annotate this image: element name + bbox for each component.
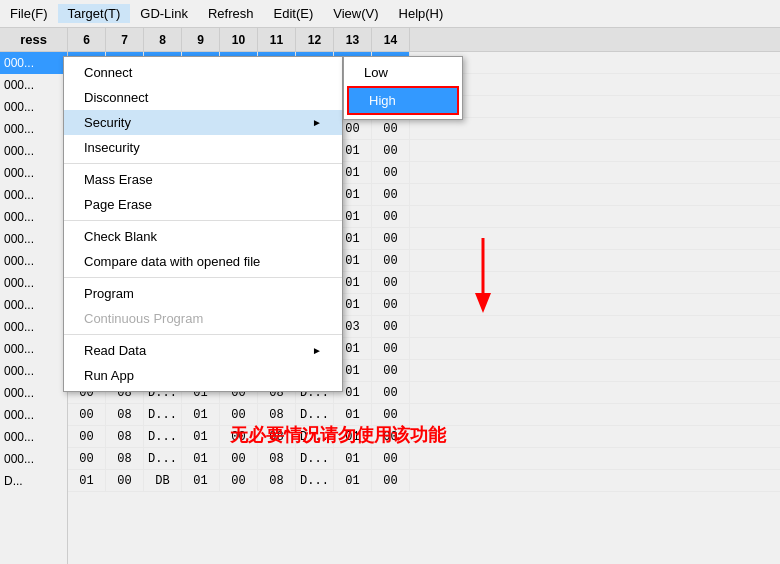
- menu-gdlink[interactable]: GD-Link: [130, 4, 198, 23]
- cell-16-6: D...: [296, 404, 334, 425]
- cell-7-8: 00: [372, 206, 410, 227]
- addr-row-15: 000...: [0, 382, 67, 404]
- menu-view[interactable]: View(V): [323, 4, 388, 23]
- cell-19-5: 08: [258, 470, 296, 491]
- cell-17-2: D...: [144, 426, 182, 447]
- cell-18-5: 08: [258, 448, 296, 469]
- cell-16-8: 00: [372, 404, 410, 425]
- menu-item-security[interactable]: Security ►: [64, 110, 342, 135]
- cell-17-7: 01: [334, 426, 372, 447]
- cell-18-8: 00: [372, 448, 410, 469]
- separator-2: [64, 220, 342, 221]
- submenu-arrow-read-data: ►: [312, 345, 322, 356]
- cell-16-3: 01: [182, 404, 220, 425]
- address-column: ress 000... 000... 000... 000... 000... …: [0, 28, 68, 564]
- cell-16-2: D...: [144, 404, 182, 425]
- col-header-11: 11: [258, 28, 296, 51]
- submenu-item-low[interactable]: Low: [344, 60, 462, 85]
- cell-19-3: 01: [182, 470, 220, 491]
- cell-16-7: 01: [334, 404, 372, 425]
- cell-16-0: 00: [68, 404, 106, 425]
- menu-item-compare-data[interactable]: Compare data with opened file: [64, 249, 342, 274]
- menu-help[interactable]: Help(H): [389, 4, 454, 23]
- cell-4-8: 00: [372, 140, 410, 161]
- col-header-12: 12: [296, 28, 334, 51]
- cell-17-0: 00: [68, 426, 106, 447]
- menu-item-continuous-program[interactable]: Continuous Program: [64, 306, 342, 331]
- cell-9-8: 00: [372, 250, 410, 271]
- cell-3-8: 00: [372, 118, 410, 139]
- cell-16-1: 08: [106, 404, 144, 425]
- addr-row-4: 000...: [0, 140, 67, 162]
- main-content: ress 000... 000... 000... 000... 000... …: [0, 28, 780, 564]
- cell-17-8: 00: [372, 426, 410, 447]
- menu-item-program[interactable]: Program: [64, 281, 342, 306]
- addr-row-5: 000...: [0, 162, 67, 184]
- cell-18-3: 01: [182, 448, 220, 469]
- addr-row-6: 000...: [0, 184, 67, 206]
- menu-item-check-blank[interactable]: Check Blank: [64, 224, 342, 249]
- cell-18-0: 00: [68, 448, 106, 469]
- menu-item-disconnect[interactable]: Disconnect: [64, 85, 342, 110]
- addr-row-7: 000...: [0, 206, 67, 228]
- menu-item-mass-erase[interactable]: Mass Erase: [64, 167, 342, 192]
- cell-14-8: 00: [372, 360, 410, 381]
- submenu-item-high[interactable]: High: [349, 88, 457, 113]
- separator-1: [64, 163, 342, 164]
- grid-row-16: 00 08 D... 01 00 08 D... 01 00: [68, 404, 780, 426]
- addr-row-3: 000...: [0, 118, 67, 140]
- grid-row-18: 00 08 D... 01 00 08 D... 01 00: [68, 448, 780, 470]
- cell-19-2: DB: [144, 470, 182, 491]
- cell-19-4: 00: [220, 470, 258, 491]
- menu-item-page-erase[interactable]: Page Erase: [64, 192, 342, 217]
- menu-edit[interactable]: Edit(E): [264, 4, 324, 23]
- col-header-9: 9: [182, 28, 220, 51]
- col-header-13: 13: [334, 28, 372, 51]
- cell-19-6: D...: [296, 470, 334, 491]
- menu-item-run-app[interactable]: Run App: [64, 363, 342, 388]
- addr-row-17: 000...: [0, 426, 67, 448]
- grid-header: 6 7 8 9 10 11 12 13 14: [68, 28, 780, 52]
- cell-19-8: 00: [372, 470, 410, 491]
- cell-8-8: 00: [372, 228, 410, 249]
- cell-6-8: 00: [372, 184, 410, 205]
- cell-18-1: 08: [106, 448, 144, 469]
- menu-item-read-data[interactable]: Read Data ►: [64, 338, 342, 363]
- submenu-arrow-security: ►: [312, 117, 322, 128]
- cell-18-4: 00: [220, 448, 258, 469]
- menu-item-connect[interactable]: Connect: [64, 60, 342, 85]
- cell-17-4: 00: [220, 426, 258, 447]
- addr-row-19: D...: [0, 470, 67, 492]
- separator-3: [64, 277, 342, 278]
- cell-17-5: 08: [258, 426, 296, 447]
- cell-17-6: D...: [296, 426, 334, 447]
- menu-item-insecurity[interactable]: Insecurity: [64, 135, 342, 160]
- cell-18-7: 01: [334, 448, 372, 469]
- cell-19-7: 01: [334, 470, 372, 491]
- addr-row-13: 000...: [0, 338, 67, 360]
- security-submenu: Low High: [343, 56, 463, 120]
- addr-row-9: 000...: [0, 250, 67, 272]
- addr-row-18: 000...: [0, 448, 67, 470]
- cell-11-8: 00: [372, 294, 410, 315]
- col-header-6: 6: [68, 28, 106, 51]
- cell-18-2: D...: [144, 448, 182, 469]
- menu-item-read-data-label: Read Data: [84, 343, 146, 358]
- addr-row-1: 000...: [0, 74, 67, 96]
- target-dropdown-menu: Connect Disconnect Security ► Insecurity…: [63, 56, 343, 392]
- high-box: High: [347, 86, 459, 115]
- cell-16-5: 08: [258, 404, 296, 425]
- menu-target[interactable]: Target(T): [58, 4, 131, 23]
- menu-refresh[interactable]: Refresh: [198, 4, 264, 23]
- menu-file[interactable]: File(F): [0, 4, 58, 23]
- col-header-8: 8: [144, 28, 182, 51]
- grid-row-17: 00 08 D... 01 00 08 D... 01 00: [68, 426, 780, 448]
- cell-19-0: 01: [68, 470, 106, 491]
- col-header-7: 7: [106, 28, 144, 51]
- grid-row-19: 01 00 DB 01 00 08 D... 01 00: [68, 470, 780, 492]
- menu-item-security-label: Security: [84, 115, 131, 130]
- cell-17-3: 01: [182, 426, 220, 447]
- addr-header: ress: [0, 28, 67, 52]
- cell-16-4: 00: [220, 404, 258, 425]
- cell-13-8: 00: [372, 338, 410, 359]
